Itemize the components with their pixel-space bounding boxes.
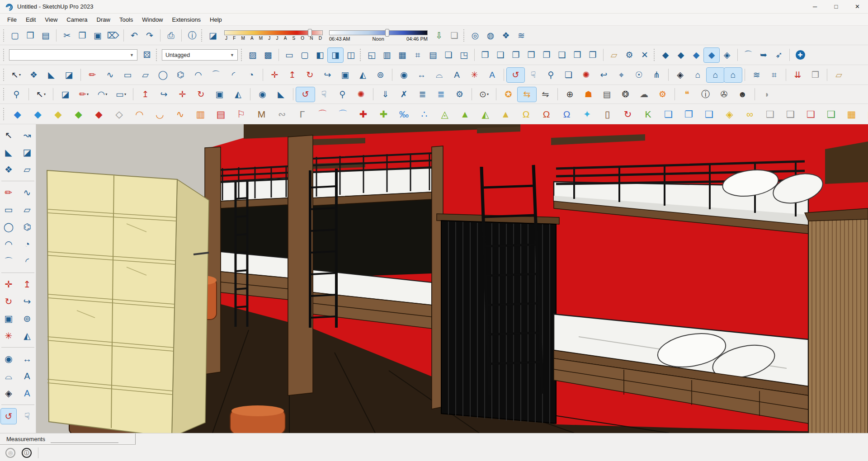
text-button[interactable]: A (448, 68, 466, 82)
eraser-button[interactable]: ◪ (60, 68, 78, 82)
cloud-upload-button[interactable]: ☁ (635, 87, 653, 102)
ext-wings-gray-button[interactable]: ∾ (272, 106, 292, 122)
drop-tool-3-button[interactable]: ◆ (689, 48, 704, 62)
help-info-button[interactable]: ⓘ (696, 87, 715, 102)
follow-me-button[interactable]: ↪ (19, 294, 35, 309)
pattern-fill-button[interactable]: ❂ (616, 87, 635, 102)
axes-button[interactable]: ✳ (466, 68, 483, 82)
walk-button[interactable]: ⋔ (648, 68, 665, 82)
menu-tools[interactable]: Tools (115, 14, 137, 25)
menu-help[interactable]: Help (205, 14, 226, 25)
rotate-button[interactable]: ↻ (301, 68, 319, 82)
ext-diamond-blue-hash-button[interactable]: ◆ (7, 106, 28, 122)
viewport-canvas[interactable] (36, 124, 868, 433)
style-monochrome-button[interactable]: ◫ (343, 48, 359, 62)
move-tool-button[interactable]: ✛ (173, 87, 192, 102)
two-point-arc-button[interactable]: ⌒ (207, 68, 225, 82)
ext-horseshoe-blue-button[interactable]: Ω (557, 106, 577, 122)
select-tool-button[interactable]: ↖▾ (32, 87, 50, 102)
ext-compass-blue-button[interactable]: ✦ (577, 106, 597, 122)
ext-cube-gray-1-button[interactable]: ❑ (760, 106, 780, 122)
copy-button[interactable]: ❐ (75, 28, 90, 42)
follow-me-tool-button[interactable]: ↪ (155, 87, 173, 102)
polygon-button[interactable]: ⌬ (19, 219, 35, 235)
eraser-button[interactable]: ◪ (19, 145, 35, 160)
credits-button[interactable]: ⓘ (22, 448, 32, 458)
tag-button[interactable]: ▱ (19, 162, 35, 177)
ext-loops-yellow-button[interactable]: ∞ (740, 106, 760, 122)
style-mixer-button[interactable]: ≋ (514, 28, 529, 42)
three-point-arc-button[interactable]: ◜ (225, 68, 242, 82)
maximize-button[interactable]: □ (826, 0, 847, 13)
freehand-button[interactable]: ∿ (19, 185, 35, 200)
drop-tool-5-button[interactable]: ◈ (719, 48, 735, 62)
top-view-button[interactable]: ⌂ (707, 68, 724, 82)
dimension-button[interactable]: ↔ (413, 68, 430, 82)
swap-reference-button[interactable]: ⇆ (518, 87, 536, 102)
axes-button[interactable]: ✳ (1, 328, 16, 343)
search-combobox[interactable]: ▼ (9, 49, 137, 61)
shadow-date-handle[interactable] (308, 29, 312, 37)
measurements-input[interactable] (51, 435, 118, 443)
offset-button[interactable]: ⊚ (372, 68, 389, 82)
menu-edit[interactable]: Edit (21, 14, 40, 25)
style-hidden-line-button[interactable]: ▢ (297, 48, 312, 62)
zoom-previous-button[interactable]: ↩ (595, 68, 613, 82)
arrange-1-button[interactable]: ❐ (477, 48, 493, 62)
orbit-button[interactable]: ↺ (1, 409, 16, 424)
scale-button[interactable]: ▣ (1, 311, 16, 326)
ext-horseshoe-red-button[interactable]: Ω (536, 106, 557, 122)
ext-diamond-yellow-button[interactable]: ◆ (48, 106, 68, 122)
ext-curve-orange-button[interactable]: ∿ (170, 106, 190, 122)
sandbox-from-contours-button[interactable]: ≋ (748, 68, 765, 82)
style-xray-button[interactable]: ▨ (245, 48, 260, 62)
new-file-button[interactable]: ▢ (7, 28, 23, 42)
ext-k-green-button[interactable]: K (638, 106, 658, 122)
layers-down-button[interactable]: ≣ (413, 87, 432, 102)
3d-text-button[interactable]: A (19, 386, 35, 401)
open-model-folder-button[interactable]: ▱ (830, 68, 848, 82)
tape-measure-tool-button[interactable]: ◉ (253, 87, 272, 102)
rotate-button[interactable]: ↻ (1, 294, 16, 309)
arc-from-center-button[interactable]: ◜ (19, 254, 35, 269)
freehand-button[interactable]: ∿ (101, 68, 119, 82)
menu-view[interactable]: View (40, 14, 62, 25)
menu-camera[interactable]: Camera (62, 14, 92, 25)
ext-cube-gray-2-button[interactable]: ❑ (780, 106, 801, 122)
plan-view-button[interactable]: ⌗ (410, 48, 425, 62)
section-plane-button[interactable]: ◈ (671, 68, 689, 82)
ext-diamond-target-button[interactable]: ◈ (719, 106, 740, 122)
tape-measure-button[interactable]: ◉ (1, 351, 16, 367)
ext-plus-red-button[interactable]: ✚ (353, 106, 373, 122)
shadow-date-slider[interactable]: JFMAMJJASOND (224, 29, 323, 41)
push-pull-button[interactable]: ↥ (19, 277, 35, 292)
arrange-3-button[interactable]: ❐ (508, 48, 524, 62)
ext-box-arrow-2-button[interactable]: ❐ (679, 106, 699, 122)
ext-panel-orange-2-button[interactable]: ▤ (862, 106, 868, 122)
style-back-edges-button[interactable]: ▩ (260, 48, 276, 62)
three-point-arc-button[interactable]: ⌒ (1, 254, 16, 269)
arrange-5-button[interactable]: ❐ (539, 48, 554, 62)
delete-button[interactable]: ⌦ (105, 28, 121, 42)
date-picker-button[interactable]: ⚄ (139, 48, 155, 62)
ext-card-orange-button[interactable]: ▥ (190, 106, 211, 122)
sandbox-from-scratch-button[interactable]: ⌗ (765, 68, 783, 82)
close-button[interactable]: ✕ (847, 0, 868, 13)
add-location-button[interactable]: ⇩ (431, 28, 447, 42)
ext-terrain-3-button[interactable]: ◭ (475, 106, 495, 122)
paint-bucket-button[interactable]: ◣ (1, 145, 16, 160)
section-display-button[interactable]: ◱ (364, 48, 379, 62)
arrange-8-button[interactable]: ❐ (585, 48, 600, 62)
paint-bucket-button[interactable]: ◣ (42, 68, 60, 82)
window-view-button[interactable]: ▤ (425, 48, 441, 62)
zoom-camera-button[interactable]: ⚲ (333, 87, 352, 102)
zoom-tool-button[interactable]: ⚲ (7, 87, 26, 102)
components-box-button[interactable]: ❖ (498, 28, 514, 42)
curve-zoom-button[interactable]: ➶ (771, 48, 787, 62)
ext-terrain-1-button[interactable]: ◬ (434, 106, 455, 122)
push-pull-tool-button[interactable]: ↥ (136, 87, 155, 102)
stamp-button[interactable]: ❒ (807, 68, 824, 82)
ext-horseshoe-yellow-button[interactable]: Ω (516, 106, 536, 122)
shadow-time-slider[interactable]: 06:43 AM Noon 04:46 PM (329, 29, 428, 42)
arrange-7-button[interactable]: ❒ (570, 48, 585, 62)
